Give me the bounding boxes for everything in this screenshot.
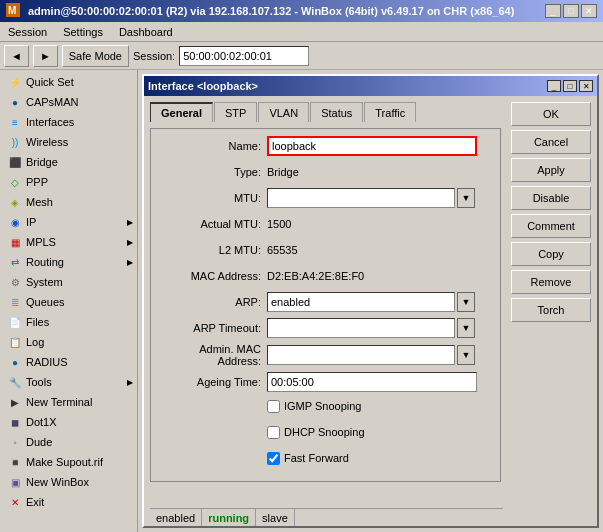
admin-mac-row: Admin. MAC Address: ▼	[157, 343, 494, 367]
sidebar-label-files: Files	[26, 316, 49, 328]
admin-mac-field[interactable]	[267, 345, 455, 365]
torch-button[interactable]: Torch	[511, 298, 591, 322]
dialog-close-button[interactable]: ✕	[579, 80, 593, 92]
sidebar-item-routing[interactable]: ⇄ Routing	[0, 252, 137, 272]
mtu-field[interactable]	[267, 188, 455, 208]
mtu-row: MTU: ▼	[157, 187, 494, 209]
title-bar-text: admin@50:00:00:02:00:01 (R2) via 192.168…	[28, 5, 539, 17]
dialog-minimize-button[interactable]: _	[547, 80, 561, 92]
l2-mtu-label: L2 MTU:	[157, 244, 267, 256]
arp-field[interactable]	[267, 292, 455, 312]
sidebar-item-interfaces[interactable]: ≡ Interfaces	[0, 112, 137, 132]
tab-stp[interactable]: STP	[214, 102, 257, 122]
radius-icon: ●	[8, 355, 22, 369]
igmp-snooping-checkbox[interactable]	[267, 400, 280, 413]
sidebar-item-wireless[interactable]: )) Wireless	[0, 132, 137, 152]
sidebar-item-ip[interactable]: ◉ IP	[0, 212, 137, 232]
sidebar-item-system[interactable]: ⚙ System	[0, 272, 137, 292]
maximize-button[interactable]: □	[563, 4, 579, 18]
fast-forward-checkbox[interactable]	[267, 452, 280, 465]
sidebar-item-mpls[interactable]: ▦ MPLS	[0, 232, 137, 252]
sidebar-item-capsman[interactable]: ● CAPsMAN	[0, 92, 137, 112]
sidebar-item-dot1x[interactable]: ◼ Dot1X	[0, 412, 137, 432]
title-bar-buttons: _ □ ✕	[545, 4, 597, 18]
dhcp-snooping-checkbox[interactable]	[267, 426, 280, 439]
sidebar-item-bridge[interactable]: ⬛ Bridge	[0, 152, 137, 172]
name-field[interactable]	[267, 136, 477, 156]
cancel-button[interactable]: Cancel	[511, 130, 591, 154]
menu-settings[interactable]: Settings	[59, 25, 107, 39]
tab-status[interactable]: Status	[310, 102, 363, 122]
bridge-icon: ⬛	[8, 155, 22, 169]
igmp-snooping-row: IGMP Snooping	[157, 397, 494, 419]
close-button[interactable]: ✕	[581, 4, 597, 18]
safe-mode-button[interactable]: Safe Mode	[62, 45, 129, 67]
dot1x-icon: ◼	[8, 415, 22, 429]
sidebar-label-wireless: Wireless	[26, 136, 68, 148]
dialog-maximize-button[interactable]: □	[563, 80, 577, 92]
dialog-body: General STP VLAN Status Traffic Name:	[144, 96, 597, 526]
tab-vlan[interactable]: VLAN	[258, 102, 309, 122]
sidebar-item-mesh[interactable]: ◈ Mesh	[0, 192, 137, 212]
sidebar-item-dude[interactable]: ◦ Dude	[0, 432, 137, 452]
sidebar-label-queues: Queues	[26, 296, 65, 308]
back-button[interactable]: ◄	[4, 45, 29, 67]
interface-dialog: Interface <loopback> _ □ ✕ General STP V…	[142, 74, 599, 528]
remove-button[interactable]: Remove	[511, 270, 591, 294]
arp-input-group: ▼	[267, 292, 475, 312]
ageing-time-field[interactable]	[267, 372, 477, 392]
mac-address-label: MAC Address:	[157, 270, 267, 282]
arp-timeout-field[interactable]	[267, 318, 455, 338]
session-input[interactable]	[179, 46, 309, 66]
dude-icon: ◦	[8, 435, 22, 449]
sidebar-item-ppp[interactable]: ◇ PPP	[0, 172, 137, 192]
content-area: Interface <loopback> _ □ ✕ General STP V…	[138, 70, 603, 532]
fast-forward-label: Fast Forward	[284, 452, 349, 464]
mtu-dropdown-button[interactable]: ▼	[457, 188, 475, 208]
sidebar-item-log[interactable]: 📋 Log	[0, 332, 137, 352]
arp-timeout-label: ARP Timeout:	[157, 322, 267, 334]
sidebar-item-tools[interactable]: 🔧 Tools	[0, 372, 137, 392]
sidebar-item-files[interactable]: 📄 Files	[0, 312, 137, 332]
sidebar-label-bridge: Bridge	[26, 156, 58, 168]
tab-traffic[interactable]: Traffic	[364, 102, 416, 122]
menu-session[interactable]: Session	[4, 25, 51, 39]
arp-row: ARP: ▼	[157, 291, 494, 313]
copy-button[interactable]: Copy	[511, 242, 591, 266]
sidebar-item-make-supout[interactable]: ◾ Make Supout.rif	[0, 452, 137, 472]
ageing-time-row: Ageing Time:	[157, 371, 494, 393]
fast-forward-group: Fast Forward	[267, 452, 349, 465]
log-icon: 📋	[8, 335, 22, 349]
l2-mtu-value: 65535	[267, 244, 298, 256]
disable-button[interactable]: Disable	[511, 186, 591, 210]
igmp-snooping-group: IGMP Snooping	[267, 400, 361, 413]
apply-button[interactable]: Apply	[511, 158, 591, 182]
admin-mac-input-group: ▼	[267, 345, 475, 365]
sidebar-label-tools: Tools	[26, 376, 52, 388]
session-label: Session:	[133, 50, 175, 62]
sidebar-label-quick-set: Quick Set	[26, 76, 74, 88]
sidebar-item-exit[interactable]: ✕ Exit	[0, 492, 137, 512]
forward-button[interactable]: ►	[33, 45, 58, 67]
queues-icon: ≣	[8, 295, 22, 309]
sidebar-item-queues[interactable]: ≣ Queues	[0, 292, 137, 312]
mesh-icon: ◈	[8, 195, 22, 209]
make-supout-icon: ◾	[8, 455, 22, 469]
comment-button[interactable]: Comment	[511, 214, 591, 238]
sidebar-label-exit: Exit	[26, 496, 44, 508]
arp-timeout-dropdown-button[interactable]: ▼	[457, 318, 475, 338]
minimize-button[interactable]: _	[545, 4, 561, 18]
sidebar-item-quick-set[interactable]: ⚡ Quick Set	[0, 72, 137, 92]
admin-mac-dropdown-button[interactable]: ▼	[457, 345, 475, 365]
interfaces-icon: ≡	[8, 115, 22, 129]
sidebar-item-new-terminal[interactable]: ▶ New Terminal	[0, 392, 137, 412]
sidebar: ⚡ Quick Set ● CAPsMAN ≡ Interfaces )) Wi…	[0, 70, 138, 532]
ok-button[interactable]: OK	[511, 102, 591, 126]
menu-dashboard[interactable]: Dashboard	[115, 25, 177, 39]
arp-dropdown-button[interactable]: ▼	[457, 292, 475, 312]
sidebar-item-new-winbox[interactable]: ▣ New WinBox	[0, 472, 137, 492]
title-bar: M admin@50:00:00:02:00:01 (R2) via 192.1…	[0, 0, 603, 22]
exit-icon: ✕	[8, 495, 22, 509]
sidebar-item-radius[interactable]: ● RADIUS	[0, 352, 137, 372]
tab-general[interactable]: General	[150, 102, 213, 122]
